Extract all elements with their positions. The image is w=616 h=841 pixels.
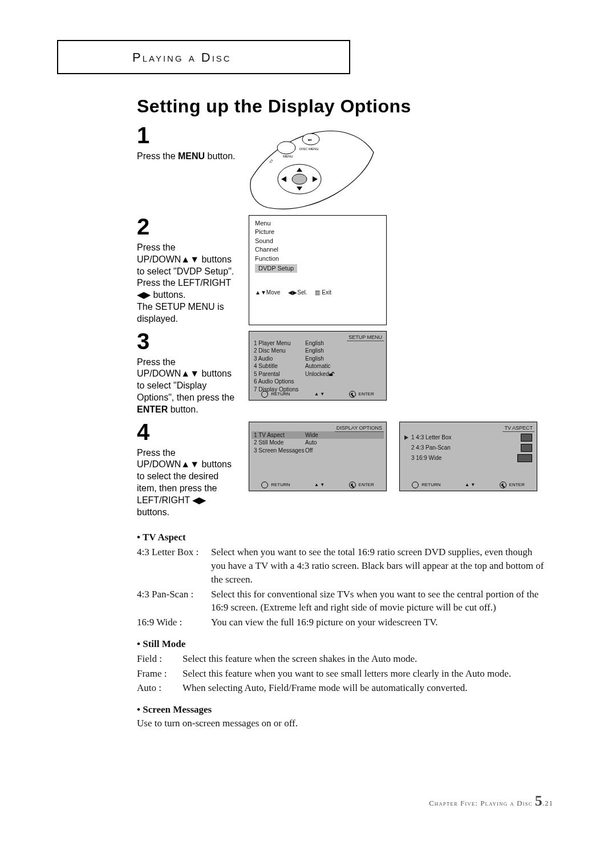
step-3: 3 Press the UP/DOWN▲▼ buttons to select … [137,329,553,416]
enter-icon [349,391,356,398]
notes-section: • TV Aspect 4:3 Letter Box :Select when … [137,531,548,730]
svg-text:DISC MENU: DISC MENU [299,147,319,151]
aspect-wide-icon [517,454,532,462]
tv-aspect-panel: TV ASPECT 1 4:3 Letter Box 2 4:3 Pan-Sca… [399,422,537,491]
section-title: Setting up the Display Options [137,96,553,117]
remote-illustration: ⏮ MENU DISC MENU TV [245,125,376,211]
return-icon [261,482,268,488]
step-number: 2 [137,214,240,240]
svg-point-6 [277,141,295,154]
screen-messages-heading: • Screen Messages [137,703,548,717]
chapter-header-text: Playing a Disc [132,50,232,64]
tv-aspect-heading: • TV Aspect [137,531,548,544]
step-2-instructions: 2 Press the UP/DOWN▲▼ buttons to select … [137,214,249,325]
step-number: 3 [137,329,240,354]
return-icon [412,482,419,488]
step-4: 4 Press the UP/DOWN▲▼ buttons to select … [137,419,553,519]
svg-text:TV: TV [269,159,274,164]
setup-menu-panel: SETUP MENU 1 Player MenuEnglish 2 Disc M… [249,331,387,401]
svg-text:MENU: MENU [283,155,293,158]
step-number: 4 [137,419,240,445]
enter-icon [500,482,506,488]
selector-arrow-icon [404,435,408,440]
chapter-header: Playing a Disc [57,40,350,74]
unlock-icon: 🔓︎ [329,370,335,378]
aspect-letterbox-icon [521,434,532,442]
enter-icon [349,482,356,488]
step-1: 1 Press the MENU button. [137,123,553,211]
aspect-panscan-icon [521,444,532,452]
onscreen-main-menu: Menu Picture Sound Channel Function DVDP… [249,215,387,325]
page-footer: Chapter Five: Playing a Disc 5.21 [429,793,553,810]
panel-title: SETUP MENU [347,334,384,341]
panel-title: DISPLAY OPTIONS [335,424,384,432]
return-icon [261,391,268,398]
display-options-panel: DISPLAY OPTIONS 1 TV AspectWide 2 Still … [249,422,387,491]
panel-title: TV ASPECT [502,424,534,432]
step-3-instructions: 3 Press the UP/DOWN▲▼ buttons to select … [137,329,249,416]
selected-menu-item: DVDP Setup [255,264,297,273]
step-2: 2 Press the UP/DOWN▲▼ buttons to select … [137,214,553,325]
step-4-instructions: 4 Press the UP/DOWN▲▼ buttons to select … [137,419,249,519]
page-number-major: 5 [535,793,542,809]
still-mode-heading: • Still Mode [137,637,548,651]
page-number-minor: .21 [542,799,553,807]
step-1-instructions: 1 Press the MENU button. [137,123,249,211]
svg-point-1 [292,174,307,184]
svg-text:⏮: ⏮ [308,138,311,141]
step-number: 1 [137,123,240,148]
